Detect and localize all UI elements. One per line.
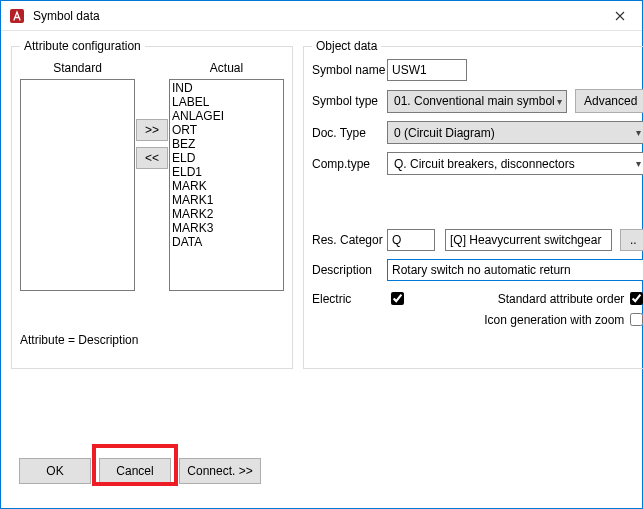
res-categor-desc[interactable] — [445, 229, 612, 251]
list-item[interactable]: MARK — [172, 179, 281, 193]
symbol-name-label: Symbol name — [312, 63, 387, 77]
attribute-configuration-legend: Attribute configuration — [20, 39, 145, 53]
res-categor-label: Res. Categor — [312, 233, 387, 247]
actual-header: Actual — [210, 61, 243, 75]
description-input[interactable] — [387, 259, 643, 281]
cancel-button[interactable]: Cancel — [99, 458, 171, 484]
object-data-group: Object data Symbol name Symbol type 01. … — [303, 39, 643, 369]
list-item[interactable]: DATA — [172, 235, 281, 249]
comp-type-value: Q. Circuit breakers, disconnectors — [394, 157, 575, 171]
electric-checkbox[interactable] — [391, 292, 404, 305]
std-attr-order-checkbox[interactable] — [630, 292, 643, 305]
window-title: Symbol data — [33, 9, 597, 23]
comp-type-combo[interactable]: Q. Circuit breakers, disconnectors ▾ — [387, 152, 643, 175]
doc-type-combo[interactable]: 0 (Circuit Diagram) ▾ — [387, 121, 643, 144]
attribute-configuration-group: Attribute configuration Standard >> << A… — [11, 39, 293, 369]
window-close-button[interactable] — [597, 1, 642, 31]
symbol-type-label: Symbol type — [312, 94, 387, 108]
list-item[interactable]: LABEL — [172, 95, 281, 109]
icon-zoom-label: Icon generation with zoom — [484, 313, 624, 327]
list-item[interactable]: MARK2 — [172, 207, 281, 221]
attribute-status: Attribute = Description — [20, 333, 284, 347]
actual-listbox[interactable]: INDLABELANLAGEIORTBEZELDELD1MARKMARK1MAR… — [169, 79, 284, 291]
move-right-button[interactable]: >> — [136, 119, 168, 141]
close-icon — [615, 11, 625, 21]
chevron-down-icon: ▾ — [636, 127, 641, 138]
list-item[interactable]: MARK1 — [172, 193, 281, 207]
connect-button[interactable]: Connect. >> — [179, 458, 261, 484]
list-item[interactable]: MARK3 — [172, 221, 281, 235]
ok-button[interactable]: OK — [19, 458, 91, 484]
move-left-button[interactable]: << — [136, 147, 168, 169]
titlebar: Symbol data — [1, 1, 642, 31]
doc-type-label: Doc. Type — [312, 126, 387, 140]
app-icon — [9, 8, 25, 24]
standard-header: Standard — [53, 61, 102, 75]
chevron-down-icon: ▾ — [557, 96, 562, 107]
list-item[interactable]: ELD — [172, 151, 281, 165]
list-item[interactable]: BEZ — [172, 137, 281, 151]
res-categor-browse-button[interactable]: .. — [620, 229, 643, 251]
symbol-type-combo[interactable]: 01. Conventional main symbol ▾ — [387, 90, 567, 113]
standard-listbox[interactable] — [20, 79, 135, 291]
description-label: Description — [312, 263, 387, 277]
comp-type-label: Comp.type — [312, 157, 387, 171]
list-item[interactable]: ELD1 — [172, 165, 281, 179]
chevron-down-icon: ▾ — [636, 158, 641, 169]
advanced-button[interactable]: Advanced — [575, 89, 643, 113]
electric-label: Electric — [312, 292, 387, 306]
std-attr-order-label: Standard attribute order — [407, 292, 624, 306]
list-item[interactable]: ORT — [172, 123, 281, 137]
doc-type-value: 0 (Circuit Diagram) — [394, 126, 495, 140]
icon-zoom-checkbox[interactable] — [630, 313, 643, 326]
list-item[interactable]: ANLAGEI — [172, 109, 281, 123]
list-item[interactable]: IND — [172, 81, 281, 95]
object-data-legend: Object data — [312, 39, 381, 53]
res-categor-input[interactable] — [387, 229, 435, 251]
symbol-name-input[interactable] — [387, 59, 467, 81]
symbol-type-value: 01. Conventional main symbol — [394, 94, 555, 108]
